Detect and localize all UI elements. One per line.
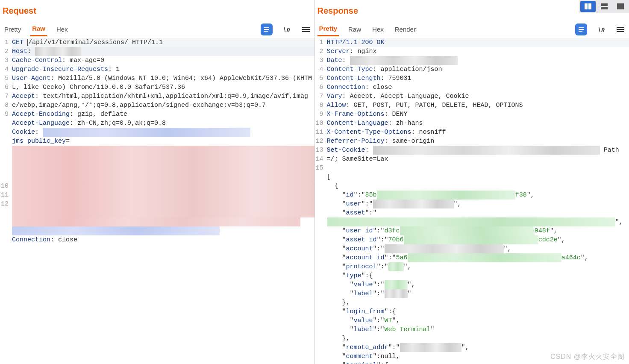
response-panel: Response Pretty Raw Hex Render \n 123456… — [315, 0, 629, 364]
response-line: Content-Language: zh-hans — [327, 119, 629, 128]
request-tabs: Pretty Raw Hex \n — [0, 22, 314, 37]
request-line: Cache-Control: max-age=0 — [12, 56, 314, 65]
line-number — [315, 343, 323, 352]
line-number: 7 — [315, 92, 323, 101]
line-number — [315, 298, 323, 307]
svg-rect-8 — [302, 27, 310, 28]
line-number — [315, 334, 323, 343]
request-line: xxxxxxxxxxxxxxxxxxxxxxxxxxxxxxxxxxxxxxxx… — [12, 164, 314, 182]
watermark-text: CSDN @李火火安全阁 — [550, 352, 625, 361]
line-number: 5 — [0, 74, 9, 83]
line-number: 4 — [0, 65, 9, 74]
tab-raw[interactable]: Raw — [30, 22, 47, 36]
line-number — [315, 253, 323, 262]
svg-rect-10 — [302, 31, 310, 32]
svg-rect-6 — [264, 29, 269, 30]
line-number: 15 — [315, 164, 323, 173]
response-line: "value":"WT", — [327, 316, 629, 325]
tab-hex[interactable]: Hex — [370, 23, 385, 36]
request-line: Host: xxxxxxxxxxxx — [12, 47, 314, 56]
request-line — [12, 244, 314, 253]
svg-rect-13 — [579, 31, 582, 32]
response-line: "user":"xxxxxxxxxxxxxxxxxxxxx", — [327, 200, 629, 208]
response-line: "account":"xxxxxxxxxxxxxxxxxxxxxxxxxxxxx… — [327, 244, 629, 253]
response-line: [ — [327, 173, 629, 182]
response-line: "asset":"xxxxxxxxxxxxxxxxxxxxxxxxxxxxxxx… — [327, 208, 629, 226]
tab-raw[interactable]: Raw — [347, 23, 363, 36]
request-line: Cookie: xxxxxxxxxxxxxxx XXXX XXXXXX xxxx… — [12, 128, 314, 137]
line-number: 3 — [315, 56, 323, 65]
response-line: X-Content-Type-Options: nosniff — [327, 128, 629, 137]
response-line: HTTP/1.1 200 OK — [327, 38, 629, 47]
newline-icon[interactable]: \n — [595, 23, 607, 35]
response-line: Content-Length: 759031 — [327, 74, 629, 83]
actions-icon[interactable] — [261, 23, 273, 35]
tab-pretty[interactable]: Pretty — [3, 23, 23, 36]
request-line: xxxxxxxxxxxxxxxxxxxxxxxxxxxxxxxxxxxxxxxx… — [12, 200, 314, 217]
line-number: 10 — [0, 182, 9, 191]
response-line: Server: nginx — [327, 47, 629, 56]
response-line: Connection: close — [327, 83, 629, 92]
response-line: Allow: GET, POST, PUT, PATCH, DELETE, HE… — [327, 101, 629, 110]
line-number — [315, 200, 323, 208]
request-line: GET /api/v1/terminal/sessions/ HTTP/1.1 — [12, 38, 314, 47]
response-line: "asset_id":"70b6xxxxxxxxxxxxxxxxxxxxxxxx… — [327, 235, 629, 244]
line-number — [315, 182, 323, 191]
response-title: Response — [315, 0, 629, 22]
line-number — [315, 235, 323, 244]
response-line: "remote_addr":"xxxxxxxxxxxxxxxx", — [327, 343, 629, 352]
svg-rect-15 — [617, 29, 624, 30]
newline-icon[interactable]: \n — [280, 23, 292, 35]
line-number — [315, 191, 323, 200]
line-number — [315, 307, 323, 316]
actions-icon[interactable] — [575, 23, 587, 35]
request-editor[interactable]: 123456789101112 GET /api/v1/terminal/ses… — [0, 37, 314, 364]
line-number: 14 — [315, 155, 323, 164]
line-number — [315, 271, 323, 280]
line-number: 3 — [0, 56, 9, 65]
menu-icon[interactable] — [614, 23, 626, 35]
line-number — [0, 137, 9, 146]
line-number: 6 — [0, 83, 9, 92]
response-line: "id":"85bxxxxxxxxxxxxxxxxxxxxxxxxxxxxxxx… — [327, 191, 629, 200]
line-number — [315, 325, 323, 334]
line-number: 4 — [315, 65, 323, 74]
response-line: "label":"Web Terminal" — [327, 325, 629, 334]
request-line: xxxxxxxxxxxxxxxxxxxxxxxxxxxxxxxxxxxxxxxx… — [12, 182, 314, 200]
response-line: Vary: Accept, Accept-Language, Cookie — [327, 92, 629, 101]
request-line: Accept-Language: zh-CN,zh;q=0.9,ak;q=0.8 — [12, 119, 314, 128]
response-line: }, — [327, 298, 629, 307]
line-number: 1 — [315, 38, 323, 47]
svg-rect-14 — [617, 27, 624, 28]
request-line: xxxxxxxxxxxxxxxxxxxxxxxxxxxxxxxxxxxxxxxx… — [12, 217, 314, 226]
line-number: 6 — [315, 83, 323, 92]
response-line: { — [327, 182, 629, 191]
line-number — [315, 208, 323, 217]
line-number — [315, 217, 323, 226]
response-line: "account_id":"5a6xxxxxxxxxxxxxxxxxxxxxxx… — [327, 253, 629, 262]
line-number: 2 — [0, 47, 9, 56]
response-line: Content-Type: application/json — [327, 65, 629, 74]
menu-icon[interactable] — [300, 23, 312, 35]
svg-rect-11 — [579, 27, 584, 28]
line-number — [0, 164, 9, 173]
line-number — [0, 146, 9, 155]
response-line: "type":{ — [327, 271, 629, 280]
tab-render[interactable]: Render — [393, 23, 417, 36]
line-number: 5 — [315, 74, 323, 83]
svg-rect-16 — [617, 31, 624, 32]
response-line: Date: xxx xx xxx xxxx xxxxxxxx xxx — [327, 56, 629, 65]
tab-pretty[interactable]: Pretty — [317, 22, 339, 36]
tab-hex[interactable]: Hex — [55, 23, 70, 36]
line-number: 9 — [315, 110, 323, 119]
svg-rect-7 — [264, 31, 268, 32]
response-line: "login_from":{ — [327, 307, 629, 316]
request-line: xxxxxxxxxxxxxxxxxxxxxxxxxxxxxxxxxxxxxxxx… — [12, 226, 314, 235]
line-number: 9 — [0, 110, 9, 119]
request-line: Accept-Encoding: gzip, deflate — [12, 110, 314, 119]
response-viewer[interactable]: 123456789101112131415 HTTP/1.1 200 OKSer… — [315, 37, 629, 364]
line-number — [315, 280, 323, 289]
line-number: 2 — [315, 47, 323, 56]
response-line: "value":"xxxxxx", — [327, 280, 629, 289]
line-number: 12 — [315, 137, 323, 146]
